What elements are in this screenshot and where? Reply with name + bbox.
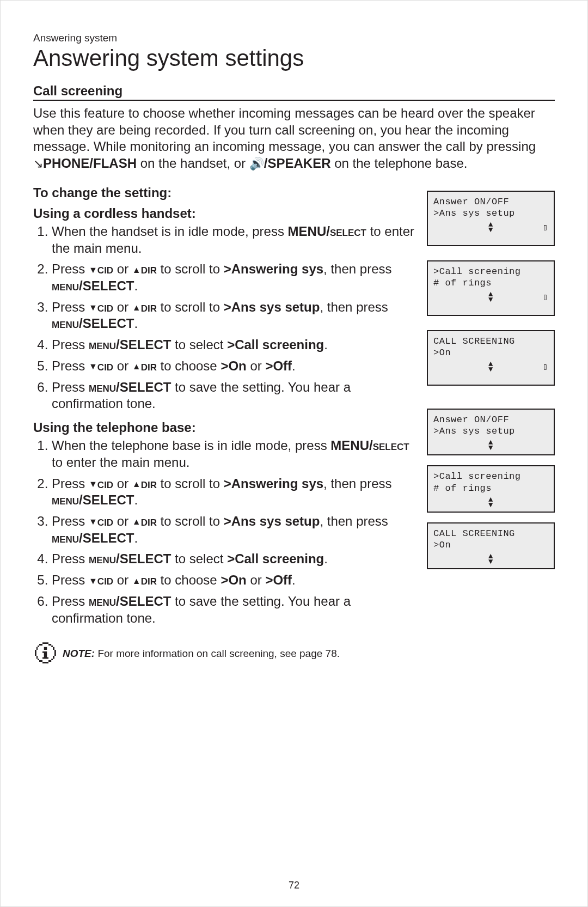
lcd-line: # of rings xyxy=(433,483,548,494)
note-row: 🛈 NOTE: For more information on call scr… xyxy=(33,642,417,666)
lcd-line: >Ans sys setup xyxy=(433,208,548,219)
base-step-1: When the telephone base is in idle mode,… xyxy=(52,437,417,471)
note-label: NOTE: xyxy=(63,648,95,659)
speaker-label: /SPEAKER xyxy=(264,156,331,171)
up-down-icon: ▲▼ xyxy=(488,554,493,565)
call-screening-heading: Call screening xyxy=(33,83,555,101)
up-down-icon: ▲▼ xyxy=(488,362,493,373)
note-body: For more information on call screening, … xyxy=(95,648,340,659)
lcd-line: >Call screening xyxy=(433,266,548,277)
base-steps: When the telephone base is in idle mode,… xyxy=(33,437,417,626)
cordless-heading: Using a cordless handset: xyxy=(33,206,417,221)
battery-icon: ▯ xyxy=(543,362,548,373)
up-down-icon: ▲▼ xyxy=(488,440,493,451)
intro-text-3: on the telephone base. xyxy=(334,156,467,171)
lcd-line: CALL SCREENING xyxy=(433,336,548,347)
lcd-line: # of rings xyxy=(433,277,548,289)
base-step-5: Press cid or dir to choose >On or >Off. xyxy=(52,572,417,589)
lcd-cordless-2: >Call screening # of rings ▲▼▯ xyxy=(427,260,555,316)
speaker-icon: 🔊 xyxy=(249,157,264,171)
lcd-base-3: CALL SCREENING >On ▲▼ xyxy=(427,522,555,570)
base-step-3: Press cid or dir to scroll to >Ans sys s… xyxy=(52,513,417,546)
lcd-line: >On xyxy=(433,347,548,358)
intro-text-1: Use this feature to choose whether incom… xyxy=(33,106,536,154)
battery-icon: ▯ xyxy=(543,222,548,233)
info-icon: 🛈 xyxy=(33,642,57,666)
cordless-step-4: Press menu/SELECT to select >Call screen… xyxy=(52,337,417,354)
cordless-step-5: Press cid or dir to choose >On or >Off. xyxy=(52,358,417,375)
lcd-base-1: Answer ON/OFF >Ans sys setup ▲▼ xyxy=(427,409,555,456)
up-down-icon: ▲▼ xyxy=(488,497,493,508)
lcd-line: Answer ON/OFF xyxy=(433,414,548,425)
lcd-cordless-3: CALL SCREENING >On ▲▼▯ xyxy=(427,330,555,386)
note-text: NOTE: For more information on call scree… xyxy=(63,648,340,660)
cordless-step-2: Press cid or dir to scroll to >Answering… xyxy=(52,261,417,294)
up-down-icon: ▲▼ xyxy=(488,292,493,303)
to-change-label: To change the setting: xyxy=(33,185,417,200)
lcd-line: >Ans sys setup xyxy=(433,425,548,437)
battery-icon: ▯ xyxy=(543,292,548,303)
section-label: Answering system xyxy=(33,32,555,44)
page-number: 72 xyxy=(1,880,587,891)
lcd-base-2: >Call screening # of rings ▲▼ xyxy=(427,465,555,513)
phone-icon: ↘ xyxy=(33,157,43,171)
base-heading: Using the telephone base: xyxy=(33,420,417,435)
lcd-line: Answer ON/OFF xyxy=(433,196,548,208)
lcd-line: >On xyxy=(433,539,548,551)
base-step-2: Press cid or dir to scroll to >Answering… xyxy=(52,476,417,509)
up-down-icon: ▲▼ xyxy=(488,222,493,233)
base-step-4: Press menu/SELECT to select >Call screen… xyxy=(52,551,417,568)
intro-text-2: on the handset, or xyxy=(140,156,249,171)
base-step-6: Press menu/SELECT to save the setting. Y… xyxy=(52,593,417,626)
phone-flash-label: PHONE/FLASH xyxy=(43,156,137,171)
page-title: Answering system settings xyxy=(33,45,555,71)
cordless-step-6: Press menu/SELECT to save the setting. Y… xyxy=(52,379,417,412)
lcd-line: >Call screening xyxy=(433,471,548,482)
cordless-step-1: When the handset is in idle mode, press … xyxy=(52,223,417,257)
lcd-line: CALL SCREENING xyxy=(433,528,548,539)
cordless-steps: When the handset is in idle mode, press … xyxy=(33,223,417,412)
cordless-step-3: Press cid or dir to scroll to >Ans sys s… xyxy=(52,299,417,332)
intro-paragraph: Use this feature to choose whether incom… xyxy=(33,105,555,172)
lcd-cordless-1: Answer ON/OFF >Ans sys setup ▲▼▯ xyxy=(427,191,555,246)
